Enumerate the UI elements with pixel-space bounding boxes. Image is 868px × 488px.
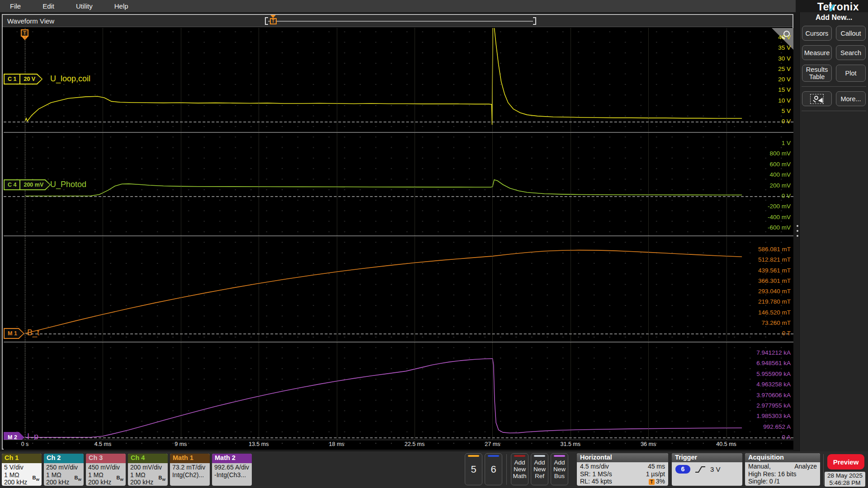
- zero-reference-line: [4, 122, 793, 122]
- cursors-button[interactable]: Cursors: [802, 26, 832, 41]
- channel-setting: 73.2 mT/div: [172, 464, 210, 471]
- side-panel-divider: [802, 86, 866, 87]
- minimap-left-bracket[interactable]: [265, 17, 268, 25]
- trigger-level: 3 V: [710, 465, 721, 473]
- more-button[interactable]: More...: [836, 91, 866, 106]
- major-division-gridline: [492, 28, 493, 440]
- channel-setting: 450 mV/div: [88, 464, 126, 471]
- add-new-math-button[interactable]: AddNewMath: [511, 453, 528, 485]
- y-axis-tick-label: 2.977955 kA: [732, 402, 791, 409]
- y-axis-tick-label: 600 mV: [732, 161, 791, 168]
- y-axis-tick-label: 439.561 mT: [732, 267, 791, 274]
- channel-badge-c1[interactable]: C 120 V: [4, 74, 42, 84]
- channel-box-ch-2[interactable]: Ch 2250 mV/div1 MΩ200 kHzBW: [44, 454, 84, 486]
- y-axis-tick-label: 30 V: [732, 55, 791, 62]
- time-tick-label: 0 s: [21, 441, 29, 447]
- tektronix-logo: Tek tronix: [817, 1, 859, 13]
- y-axis-tick-label: 4.963258 kA: [732, 381, 791, 388]
- add-new-bus-button[interactable]: AddNewBus: [551, 453, 568, 485]
- horizontal-value-right: 45 ms: [648, 463, 665, 470]
- y-axis-tick-label: 25 V: [732, 66, 791, 72]
- zoom-select-button[interactable]: [802, 91, 832, 106]
- y-axis-tick-label: 586.081 mT: [732, 246, 791, 253]
- channel-badge-m1[interactable]: M 1: [4, 328, 24, 339]
- y-axis-tick-label: 10 V: [732, 97, 791, 104]
- trace-label-3: I_p: [27, 432, 38, 440]
- acquisition-row: High Res: 16 bits: [748, 470, 817, 478]
- acquisition-panel[interactable]: Acquisition Manual,AnalyzeHigh Res: 16 b…: [745, 453, 820, 486]
- plot-button[interactable]: Plot: [836, 65, 866, 82]
- trace-label-0: U_loop,coil: [50, 74, 90, 84]
- waveform-view-window: Waveform View T T 40 V35 V30 V25 V20 V15…: [2, 14, 793, 450]
- results-table-button[interactable]: Results Table: [802, 65, 832, 82]
- search-button[interactable]: Search: [836, 45, 866, 60]
- date-text: 28 May 2025: [825, 472, 865, 479]
- y-axis-tick-label: 5.955909 kA: [732, 371, 791, 377]
- time-tick-label: 4.5 ms: [94, 441, 112, 447]
- trace-label-1: U_Photod: [50, 180, 86, 189]
- preview-button[interactable]: Preview: [827, 454, 864, 469]
- section-separator: [4, 132, 793, 133]
- waveform-view-titlebar: Waveform View T: [3, 15, 793, 27]
- minimap-trigger-marker[interactable]: T: [269, 15, 277, 24]
- measure-button[interactable]: Measure: [802, 45, 832, 60]
- time-axis-ruler: 0 s4.5 ms9 ms13.5 ms18 ms22.5 ms27 ms31.…: [4, 440, 793, 450]
- menu-item-help[interactable]: Help: [114, 2, 128, 10]
- time-tick-label: 36 ms: [641, 441, 656, 447]
- channel-box-header: Ch 1: [2, 454, 42, 463]
- menu-item-file[interactable]: File: [10, 2, 21, 10]
- time-tick-label: 22.5 ms: [405, 441, 425, 447]
- channel-setting: -Intg(Ch3...: [214, 471, 252, 479]
- button-color-stripe: [514, 455, 525, 457]
- major-division-gridline: [25, 28, 25, 440]
- horizontal-panel-title: Horizontal: [577, 453, 668, 462]
- waveform-plot-area[interactable]: T 40 V35 V30 V25 V20 V15 V10 V5 V0 VC 12…: [4, 28, 793, 440]
- channel-box-math-1[interactable]: Math 173.2 mT/divIntg(Ch2)...: [170, 454, 210, 486]
- channel-setting: 5 V/div: [4, 464, 42, 471]
- y-axis-tick-label: 992.652 A: [732, 423, 791, 430]
- rising-edge-icon: [695, 466, 706, 473]
- acquisition-value-left: Single: 0 /1: [748, 478, 780, 485]
- time-tick-label: 9 ms: [175, 441, 187, 447]
- horizontal-position-minimap[interactable]: T: [265, 16, 536, 26]
- channel-box-ch-4[interactable]: Ch 4200 mV/div1 MΩ200 kHzBW: [128, 454, 168, 486]
- side-panel-divider: [802, 111, 866, 111]
- add-new-ref-button[interactable]: AddNewRef: [531, 453, 548, 485]
- acquisition-row: Single: 0 /1: [748, 478, 817, 485]
- y-axis-tick-label: 0 V: [732, 192, 791, 199]
- channel-badge-c4[interactable]: C 4200 mV: [4, 179, 51, 190]
- menu-item-utility[interactable]: Utility: [76, 2, 93, 10]
- channel-color-stripe: [488, 455, 499, 457]
- y-axis-tick-label: 40 V: [732, 34, 791, 41]
- y-axis-tick-label: 400 mV: [732, 171, 791, 178]
- zero-reference-line: [4, 196, 793, 197]
- menu-item-edit[interactable]: Edit: [42, 2, 54, 10]
- channel-setting: 992.65 A/div: [214, 464, 252, 471]
- callout-button[interactable]: Callout: [836, 26, 866, 41]
- horizontal-panel[interactable]: Horizontal 4.5 ms/div45 msSR: 1 MS/s1 µs…: [577, 453, 668, 486]
- minimap-right-bracket[interactable]: [533, 17, 536, 25]
- panel-resize-handle[interactable]: [796, 225, 799, 237]
- y-axis-tick-label: 1 V: [732, 140, 791, 146]
- y-axis-tick-label: 293.040 mT: [732, 288, 791, 295]
- channel-select-button-6[interactable]: 6: [485, 453, 502, 485]
- channel-color-stripe: [468, 455, 479, 457]
- channel-select-button-5[interactable]: 5: [465, 453, 482, 485]
- zero-reference-line: [4, 333, 793, 334]
- trigger-panel[interactable]: Trigger 6 3 V: [672, 453, 742, 486]
- trigger-source-badge[interactable]: 6: [675, 465, 690, 474]
- trace-label-2: B_t: [27, 328, 39, 338]
- horizontal-row: RL: 45 kptsT3%: [580, 478, 665, 485]
- channel-badge-m2[interactable]: M 2: [4, 432, 24, 440]
- y-axis-tick-label: 800 mV: [732, 150, 791, 157]
- horizontal-value-right: T3%: [649, 478, 665, 485]
- channel-box-math-2[interactable]: Math 2992.65 A/div-Intg(Ch3...: [212, 454, 252, 486]
- trace-i_p: [25, 359, 742, 437]
- button-label: AddNewMath: [513, 459, 526, 479]
- channel-box-body: 250 mV/div1 MΩ200 kHzBW: [44, 463, 84, 486]
- channel-box-ch-3[interactable]: Ch 3450 mV/div1 MΩ200 kHzBW: [86, 454, 126, 486]
- horizontal-row: SR: 1 MS/s1 µs/pt: [580, 470, 665, 478]
- channel-box-ch-1[interactable]: Ch 15 V/div1 MΩ200 kHzBW: [2, 454, 42, 486]
- y-axis-tick-label: 219.780 mT: [732, 298, 791, 305]
- acquisition-value-left: High Res: 16 bits: [748, 470, 797, 478]
